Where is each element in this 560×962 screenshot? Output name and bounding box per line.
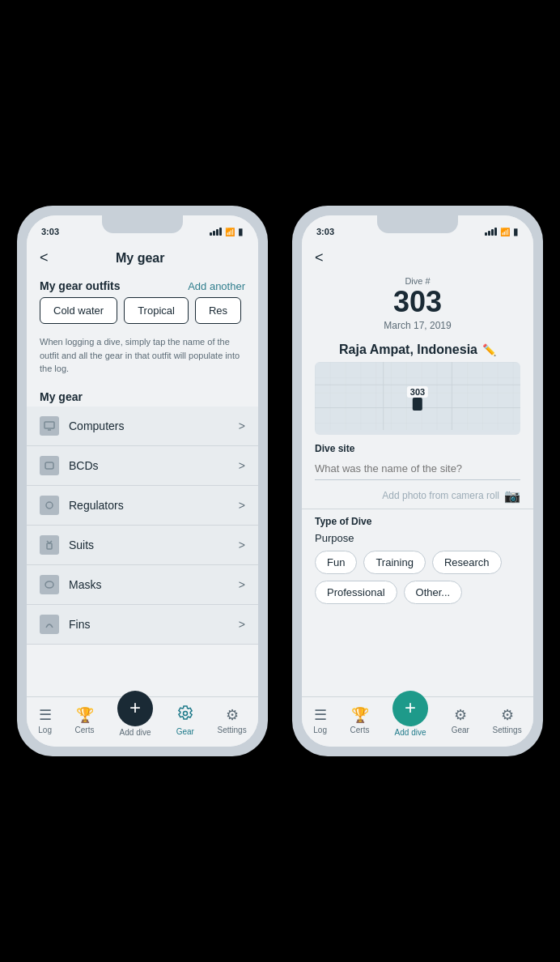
fins-label: Fins — [69, 618, 239, 631]
screen-content-2: < Dive # 303 March 17, 2019 Raja Ampat, … — [302, 243, 533, 696]
edit-location-icon[interactable]: ✏️ — [482, 343, 496, 356]
tab-gear-2[interactable]: ⚙ Gear — [452, 706, 469, 734]
purpose-research[interactable]: Research — [432, 551, 502, 574]
bcds-arrow: > — [239, 459, 245, 472]
tab-add-dive-2[interactable]: + Add dive — [392, 704, 428, 737]
tab-add-dive-label: Add dive — [120, 728, 151, 737]
settings-icon-2: ⚙ — [501, 706, 514, 724]
map-marker-pin — [413, 398, 422, 411]
gear-icon — [177, 705, 193, 726]
computers-arrow: > — [239, 419, 245, 432]
signal-icon — [210, 228, 222, 236]
dive-map: 303 — [315, 362, 520, 435]
tab-bar-2: ☰ Log 🏆 Certs + Add dive ⚙ Gear ⚙ Settin… — [302, 696, 533, 747]
masks-icon — [40, 575, 59, 594]
status-time-2: 3:03 — [316, 227, 334, 236]
add-dive-button[interactable]: + — [117, 691, 153, 726]
gear-item-computers[interactable]: Computers > — [27, 407, 258, 446]
nav-header: < My gear — [27, 243, 258, 273]
outfits-section-header: My gear outfits Add another — [27, 273, 258, 297]
masks-arrow: > — [239, 578, 245, 591]
type-of-dive-section: Type of Dive Purpose Fun Training Resear… — [302, 509, 533, 607]
status-icons-2: 📶 ▮ — [485, 226, 519, 237]
tab-gear[interactable]: Gear — [176, 705, 194, 736]
dive-date: March 17, 2019 — [315, 320, 520, 331]
add-dive-button-2[interactable]: + — [392, 691, 428, 726]
photo-row: Add photo from camera roll 📷 — [302, 483, 533, 509]
photo-label: Add photo from camera roll — [382, 490, 499, 501]
gear-icon-2: ⚙ — [454, 706, 467, 724]
tab-gear-label-2: Gear — [452, 726, 469, 734]
notch-2 — [377, 215, 458, 233]
purpose-professional[interactable]: Professional — [315, 581, 397, 604]
outfits-title: My gear outfits — [40, 279, 121, 292]
tab-settings-2[interactable]: ⚙ Settings — [493, 706, 522, 734]
certs-icon-2: 🏆 — [351, 706, 369, 724]
tab-log-label: Log — [38, 726, 52, 734]
suits-icon — [40, 535, 59, 555]
add-dive-plus-icon-2: + — [405, 698, 416, 717]
dive-number: 303 — [315, 286, 520, 318]
gear-item-fins[interactable]: Fins > — [27, 605, 258, 645]
status-bar: 3:03 📶 ▮ — [27, 215, 258, 243]
log-icon-2: ☰ — [314, 706, 327, 724]
suits-arrow: > — [239, 538, 245, 551]
nav-header-2: < — [302, 243, 533, 273]
tab-bar: ☰ Log 🏆 Certs + Add dive — [27, 696, 258, 747]
back-button-2[interactable]: < — [315, 249, 324, 266]
tab-certs-label: Certs — [75, 726, 95, 734]
type-of-dive-label: Type of Dive — [315, 516, 520, 527]
dive-site-label: Dive site — [315, 443, 520, 454]
dive-site-input[interactable] — [315, 458, 520, 480]
gear-item-regulators[interactable]: Regulators > — [27, 486, 258, 526]
svg-rect-0 — [45, 422, 54, 428]
tab-add-dive[interactable]: + Add dive — [117, 704, 153, 737]
tab-settings-label-2: Settings — [493, 726, 522, 734]
notch — [102, 215, 183, 233]
tab-certs[interactable]: 🏆 Certs — [75, 706, 95, 734]
svg-rect-2 — [45, 462, 53, 469]
page-title: My gear — [55, 251, 226, 266]
tab-certs-label-2: Certs — [350, 726, 370, 734]
gear-item-masks[interactable]: Masks > — [27, 565, 258, 605]
certs-icon: 🏆 — [76, 706, 94, 724]
dive-location: Raja Ampat, Indonesia ✏️ — [302, 338, 533, 362]
tab-settings[interactable]: ⚙ Settings — [218, 706, 247, 734]
outfit-scroll: Cold water Tropical Res — [27, 297, 258, 332]
gear-item-suits[interactable]: Suits > — [27, 526, 258, 565]
tab-certs-2[interactable]: 🏆 Certs — [350, 706, 370, 734]
suits-label: Suits — [69, 538, 239, 551]
outfit-chip-res[interactable]: Res — [195, 297, 241, 324]
add-dive-plus-icon: + — [129, 698, 141, 717]
dive-site-section: Dive site — [302, 435, 533, 483]
camera-icon[interactable]: 📷 — [504, 488, 520, 504]
purpose-fun[interactable]: Fun — [315, 551, 357, 574]
svg-point-5 — [45, 581, 53, 588]
log-icon: ☰ — [39, 706, 52, 724]
tab-log-2[interactable]: ☰ Log — [313, 706, 327, 734]
outfit-chip-cold-water[interactable]: Cold water — [40, 297, 117, 324]
computers-icon — [40, 416, 59, 436]
dive-header: Dive # 303 March 17, 2019 — [302, 273, 533, 338]
add-another-button[interactable]: Add another — [188, 280, 245, 292]
regulators-arrow: > — [239, 499, 245, 512]
tab-log-label-2: Log — [313, 726, 327, 734]
battery-icon: ▮ — [238, 226, 244, 237]
purpose-training[interactable]: Training — [363, 551, 425, 574]
fins-icon — [40, 615, 59, 634]
location-name: Raja Ampat, Indonesia — [339, 343, 477, 357]
gear-item-bcds[interactable]: BCDs > — [27, 446, 258, 486]
phone-my-gear: 3:03 📶 ▮ < My gear My gear outfits — [17, 206, 268, 756]
purpose-other[interactable]: Other... — [404, 581, 463, 604]
tab-add-dive-label-2: Add dive — [395, 728, 426, 737]
outfit-chip-tropical[interactable]: Tropical — [124, 297, 189, 324]
signal-icon-2 — [485, 228, 497, 236]
screen-content: < My gear My gear outfits Add another Co… — [27, 243, 258, 696]
back-button[interactable]: < — [40, 249, 49, 266]
tab-log[interactable]: ☰ Log — [38, 706, 52, 734]
svg-point-3 — [46, 502, 53, 509]
bcds-label: BCDs — [69, 459, 239, 472]
status-time: 3:03 — [41, 227, 59, 236]
gear-section-title: My gear — [27, 384, 258, 407]
masks-label: Masks — [69, 578, 239, 591]
